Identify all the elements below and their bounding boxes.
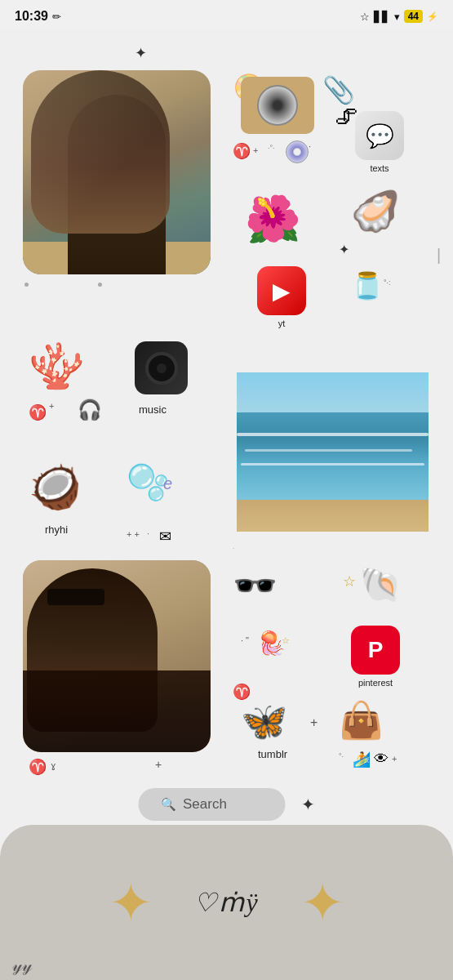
coconut-sticker: 🥥 bbox=[29, 462, 82, 512]
sparkle-search: ✦ bbox=[301, 795, 315, 814]
mail-sticker: ✉ bbox=[159, 528, 171, 546]
oyster-sticker: 🦪 bbox=[351, 189, 400, 234]
headphones-sticker: 🎧 bbox=[78, 399, 102, 421]
search-icon: 🔍 bbox=[161, 797, 176, 812]
vline: | bbox=[437, 246, 441, 265]
sunglasses-sticker: 🕶️ bbox=[233, 564, 278, 607]
dock-logo-area: ♡ṁÿ bbox=[193, 887, 259, 918]
quote-dots: · " bbox=[241, 635, 249, 645]
blue-wings-sticker: 🦋 bbox=[241, 699, 287, 743]
dock: ✦ ♡ṁÿ ✦ bbox=[0, 825, 453, 980]
purse-sticker: 👜 bbox=[339, 699, 384, 742]
aries-symbol-2: ♈ bbox=[29, 403, 47, 421]
signal-icon: ▋▋ bbox=[374, 11, 390, 23]
star-sticker: ☆ bbox=[343, 572, 356, 590]
dock-starfish-left: ✦ bbox=[109, 876, 153, 929]
wave-sticker: 🏄 bbox=[353, 751, 371, 768]
tumblr-app-icon[interactable]: tumblr bbox=[258, 748, 287, 760]
cd-dot: · bbox=[309, 141, 311, 151]
star-icon: ☆ bbox=[360, 11, 370, 23]
yt-label: yt bbox=[278, 318, 286, 328]
plus-bottom-mid: + bbox=[310, 715, 318, 730]
feet-icon: 𝓎𝓎 bbox=[12, 955, 32, 976]
yt-app-icon[interactable]: ▶ yt bbox=[257, 266, 306, 328]
music-app-icon[interactable]: music bbox=[139, 403, 167, 416]
degree-dot: °· bbox=[339, 752, 344, 760]
jar-sticker: 🫙 bbox=[351, 270, 384, 301]
search-bar-area: 🔍 Search ✦ bbox=[138, 788, 315, 821]
sparkle-middle: ✦ bbox=[339, 242, 349, 257]
plus-plus: + + bbox=[127, 529, 140, 539]
record-player-widget[interactable] bbox=[241, 77, 314, 134]
search-bar[interactable]: 🔍 Search bbox=[138, 788, 285, 821]
cd-sticker bbox=[286, 140, 309, 163]
scrunchie-icon[interactable] bbox=[135, 341, 188, 394]
dot-2 bbox=[98, 283, 102, 287]
aries-plus: + bbox=[49, 401, 54, 411]
edit-icon: ✏ bbox=[52, 11, 61, 23]
pinterest-label: pinterest bbox=[358, 678, 393, 688]
texts-label: texts bbox=[370, 163, 389, 173]
status-bar: 10:39 ✏ ☆ ▋▋ ▾ 44 ⚡ bbox=[0, 0, 453, 29]
texts-app-icon[interactable]: 💬 texts bbox=[355, 111, 404, 173]
scatter-dots-1: + bbox=[253, 145, 258, 155]
search-text: Search bbox=[183, 796, 227, 813]
status-icons: ☆ ▋▋ ▾ 44 ⚡ bbox=[360, 10, 438, 23]
battery-charging: ⚡ bbox=[427, 11, 438, 22]
music-label: music bbox=[139, 403, 167, 416]
star-small-2: ☆ bbox=[282, 635, 290, 646]
photo-girl-sand bbox=[23, 560, 211, 752]
flower-sticker: 🌺 bbox=[245, 193, 301, 246]
photo-girl-beach bbox=[23, 70, 211, 274]
eye-sticker: 👁 bbox=[374, 751, 389, 768]
dot-1 bbox=[24, 283, 29, 287]
scatter-dots-2: ·°· bbox=[268, 144, 275, 152]
hair-clip-2-sticker: 🖇 bbox=[335, 103, 358, 130]
coral-sticker: 🪸 bbox=[29, 340, 85, 393]
jar-dots: °·: bbox=[384, 278, 391, 287]
aries-small: ɣ bbox=[51, 760, 56, 771]
dots-end: + bbox=[392, 754, 397, 764]
battery-icon: 44 bbox=[404, 10, 423, 23]
dock-logo-text: ♡ṁÿ bbox=[193, 887, 259, 918]
small-dot: · bbox=[233, 544, 235, 552]
rhyhi-app-icon[interactable]: rhyhi bbox=[45, 523, 68, 536]
dock-starfish-right: ✦ bbox=[300, 876, 344, 929]
pinterest-app-icon[interactable]: P pinterest bbox=[351, 626, 400, 688]
comma-dot: · bbox=[147, 528, 149, 538]
status-time: 10:39 bbox=[15, 9, 48, 24]
tumblr-label: tumblr bbox=[258, 748, 287, 760]
wifi-icon: ▾ bbox=[394, 11, 400, 23]
sparkle-top: ✦ bbox=[135, 44, 147, 62]
aries-symbol-3: ♈ bbox=[29, 758, 47, 776]
ocean-photo-widget bbox=[237, 372, 429, 532]
aries-symbol-1: ♈ bbox=[233, 142, 251, 160]
aries-symbol-4: ♈ bbox=[233, 683, 251, 701]
home-screen: ✦ 📀 📎 🖇 ♈ + ·°· · 💬 texts 🌺 ✦ 🦪 | ▶ yt bbox=[0, 29, 453, 980]
e-text: e bbox=[163, 474, 172, 493]
rhyhi-label: rhyhi bbox=[45, 523, 68, 536]
shell-sticker: 🐚 bbox=[359, 564, 402, 604]
hair-clips-sticker: 📎 bbox=[322, 74, 355, 105]
bottom-plus: + bbox=[155, 758, 162, 771]
